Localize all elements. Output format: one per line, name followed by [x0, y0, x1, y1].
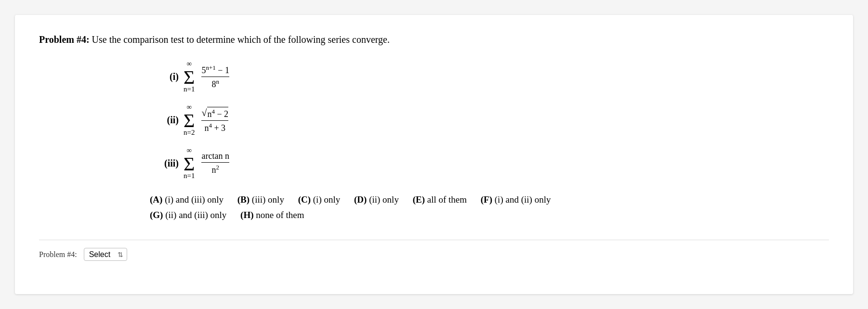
answer-C: (C) (i) only	[298, 194, 341, 205]
answer-F: (F) (i) and (ii) only	[481, 194, 551, 205]
fraction-iii: arctan n n2	[201, 151, 229, 175]
series-row-iii: (iii) ∞ Σ n=1 arctan n n2	[150, 146, 829, 180]
problem-title-bold: Problem #4:	[39, 34, 90, 45]
answer-A: (A) (i) and (iii) only	[150, 194, 224, 205]
answers-line2: (G) (ii) and (iii) only (H) none of them	[150, 210, 829, 220]
series-label-ii: (ii)	[150, 115, 179, 126]
bottom-problem-label: Problem #4:	[39, 250, 77, 259]
problem-title-text: Use the comparison test to determine whi…	[90, 34, 390, 45]
answer-B: (B) (iii) only	[237, 194, 284, 205]
series-container: (i) ∞ Σ n=1 5n+1 − 1 8n (ii) ∞ Σ n=2	[150, 60, 829, 180]
sigma-block-i: ∞ Σ n=1	[184, 60, 195, 93]
sigma-block-iii: ∞ Σ n=1	[184, 146, 195, 180]
answers-line1: (A) (i) and (iii) only (B) (iii) only (C…	[150, 194, 829, 205]
answer-G: (G) (ii) and (iii) only	[150, 210, 226, 220]
sigma-block-ii: ∞ Σ n=2	[184, 103, 195, 137]
answer-D: (D) (ii) only	[354, 194, 399, 205]
series-row-i: (i) ∞ Σ n=1 5n+1 − 1 8n	[150, 60, 829, 93]
answer-select[interactable]: Select A B C D E F G H	[84, 248, 127, 261]
problem-card: Problem #4: Use the comparison test to d…	[15, 15, 853, 294]
bottom-bar: Problem #4: Select A B C D E F G H ⇅	[39, 240, 829, 261]
answer-H: (H) none of them	[240, 210, 304, 220]
series-row-ii: (ii) ∞ Σ n=2 √n4 − 2 n4 + 3	[150, 103, 829, 137]
series-label-i: (i)	[150, 71, 179, 82]
problem-title: Problem #4: Use the comparison test to d…	[39, 34, 829, 45]
select-wrapper[interactable]: Select A B C D E F G H ⇅	[84, 248, 127, 261]
fraction-ii: √n4 − 2 n4 + 3	[201, 107, 228, 133]
answer-E: (E) all of them	[413, 194, 467, 205]
fraction-i: 5n+1 − 1 8n	[201, 64, 229, 90]
series-label-iii: (iii)	[150, 158, 179, 169]
